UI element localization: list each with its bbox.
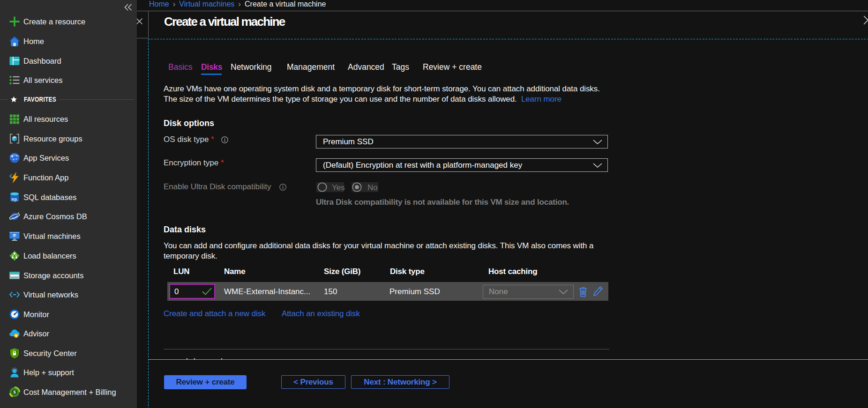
svg-text:SQL: SQL: [11, 198, 17, 201]
svg-text:$: $: [13, 390, 15, 394]
